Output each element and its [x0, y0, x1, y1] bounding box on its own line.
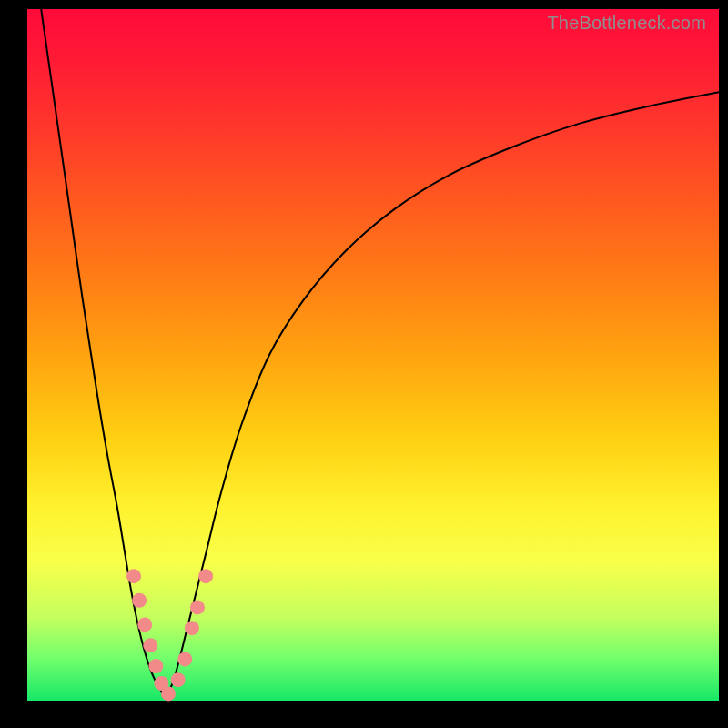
data-marker — [143, 638, 157, 652]
curve-left-branch — [41, 9, 166, 697]
curve-canvas — [27, 9, 719, 701]
data-marker — [185, 621, 199, 635]
data-marker — [137, 617, 152, 632]
curve-right-branch — [166, 92, 719, 697]
data-marker — [132, 593, 147, 608]
data-marker — [198, 569, 213, 583]
data-marker — [161, 686, 176, 701]
data-marker — [171, 672, 186, 687]
chart-frame: TheBottleneck.com — [0, 0, 728, 728]
plot-area: TheBottleneck.com — [27, 9, 719, 701]
data-marker — [190, 600, 205, 614]
data-marker — [126, 569, 141, 583]
data-marker — [148, 659, 163, 673]
data-marker — [177, 652, 192, 666]
